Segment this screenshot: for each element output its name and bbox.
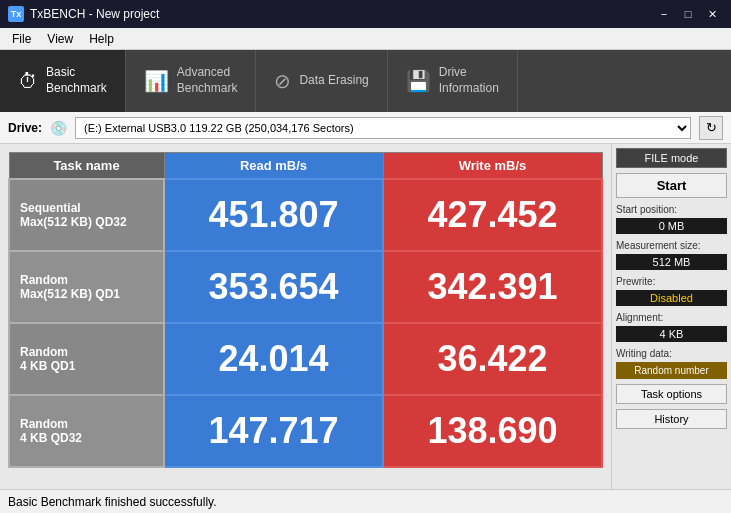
toolbar: ⏱ BasicBenchmark 📊 AdvancedBenchmark ⊘ D… (0, 50, 731, 112)
alignment-value: 4 KB (616, 326, 727, 342)
read-value-random-4k-qd1: 24.014 (164, 323, 383, 395)
tab-advanced-benchmark[interactable]: 📊 AdvancedBenchmark (126, 50, 257, 112)
maximize-button[interactable]: □ (677, 5, 699, 23)
menu-view[interactable]: View (39, 30, 81, 48)
measurement-size-value: 512 MB (616, 254, 727, 270)
read-value-sequential: 451.807 (164, 179, 383, 251)
tab-basic-benchmark[interactable]: ⏱ BasicBenchmark (0, 50, 126, 112)
task-name-random-4k-qd1: Random4 KB QD1 (9, 323, 164, 395)
table-row: SequentialMax(512 KB) QD32 451.807 427.4… (9, 179, 602, 251)
menu-bar: File View Help (0, 28, 731, 50)
measurement-size-label: Measurement size: (616, 240, 727, 251)
col-task-name: Task name (9, 153, 164, 180)
task-options-button[interactable]: Task options (616, 384, 727, 404)
read-value-random-4k-qd32: 147.717 (164, 395, 383, 467)
write-value-sequential: 427.452 (383, 179, 602, 251)
advanced-benchmark-icon: 📊 (144, 69, 169, 93)
main-area: Task name Read mB/s Write mB/s Sequentia… (0, 144, 731, 489)
prewrite-label: Prewrite: (616, 276, 727, 287)
title-bar: Tx TxBENCH - New project − □ ✕ (0, 0, 731, 28)
prewrite-value: Disabled (616, 290, 727, 306)
title-controls: − □ ✕ (653, 5, 723, 23)
col-write: Write mB/s (383, 153, 602, 180)
status-bar: Basic Benchmark finished successfully. (0, 489, 731, 513)
tab-data-erasing-label: Data Erasing (299, 73, 368, 89)
history-button[interactable]: History (616, 409, 727, 429)
write-value-random-4k-qd1: 36.422 (383, 323, 602, 395)
tab-basic-benchmark-label: BasicBenchmark (46, 65, 107, 96)
drive-bar: Drive: 💿 (E:) External USB3.0 119.22 GB … (0, 112, 731, 144)
close-button[interactable]: ✕ (701, 5, 723, 23)
start-position-label: Start position: (616, 204, 727, 215)
table-row: Random4 KB QD32 147.717 138.690 (9, 395, 602, 467)
drive-icon: 💿 (50, 120, 67, 136)
start-button[interactable]: Start (616, 173, 727, 198)
writing-data-label: Writing data: (616, 348, 727, 359)
status-message: Basic Benchmark finished successfully. (8, 495, 217, 509)
drive-label: Drive: (8, 121, 42, 135)
benchmark-table: Task name Read mB/s Write mB/s Sequentia… (8, 152, 603, 468)
tab-advanced-benchmark-label: AdvancedBenchmark (177, 65, 238, 96)
file-mode-button[interactable]: FILE mode (616, 148, 727, 168)
data-erasing-icon: ⊘ (274, 69, 291, 93)
tab-data-erasing[interactable]: ⊘ Data Erasing (256, 50, 387, 112)
window-title: TxBENCH - New project (30, 7, 159, 21)
drive-info-icon: 💾 (406, 69, 431, 93)
table-row: Random4 KB QD1 24.014 36.422 (9, 323, 602, 395)
menu-help[interactable]: Help (81, 30, 122, 48)
basic-benchmark-icon: ⏱ (18, 70, 38, 93)
col-read: Read mB/s (164, 153, 383, 180)
start-position-value: 0 MB (616, 218, 727, 234)
drive-select[interactable]: (E:) External USB3.0 119.22 GB (250,034,… (75, 117, 691, 139)
alignment-label: Alignment: (616, 312, 727, 323)
task-name-random-512: RandomMax(512 KB) QD1 (9, 251, 164, 323)
write-value-random-4k-qd32: 138.690 (383, 395, 602, 467)
writing-data-value: Random number (616, 362, 727, 379)
task-name-random-4k-qd32: Random4 KB QD32 (9, 395, 164, 467)
task-name-sequential: SequentialMax(512 KB) QD32 (9, 179, 164, 251)
tab-drive-information-label: DriveInformation (439, 65, 499, 96)
tab-drive-information[interactable]: 💾 DriveInformation (388, 50, 518, 112)
minimize-button[interactable]: − (653, 5, 675, 23)
menu-file[interactable]: File (4, 30, 39, 48)
read-value-random-512: 353.654 (164, 251, 383, 323)
app-icon: Tx (8, 6, 24, 22)
title-bar-left: Tx TxBENCH - New project (8, 6, 159, 22)
drive-refresh-button[interactable]: ↻ (699, 116, 723, 140)
benchmark-area: Task name Read mB/s Write mB/s Sequentia… (0, 144, 611, 489)
write-value-random-512: 342.391 (383, 251, 602, 323)
table-row: RandomMax(512 KB) QD1 353.654 342.391 (9, 251, 602, 323)
right-panel: FILE mode Start Start position: 0 MB Mea… (611, 144, 731, 489)
